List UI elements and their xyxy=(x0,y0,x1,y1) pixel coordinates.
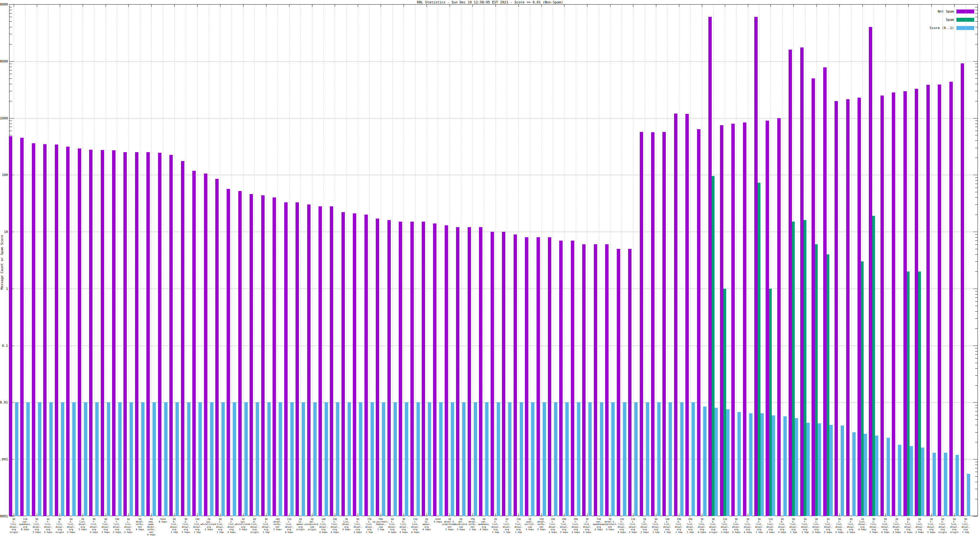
score-bar xyxy=(38,402,41,516)
y-minor-tick xyxy=(975,205,978,205)
x-gridline xyxy=(323,5,324,516)
x-gridline xyxy=(392,5,393,516)
y-minor-tick xyxy=(975,67,978,67)
x-axis-label: 4@ 1. list. dnswl. org 1 hop xyxy=(262,518,270,534)
y-minor-tick xyxy=(975,482,978,482)
x-gridline xyxy=(163,5,163,516)
score-bar xyxy=(256,402,259,516)
not-spam-bar xyxy=(307,205,310,516)
y-minor-tick xyxy=(10,78,12,79)
score-bar xyxy=(336,402,339,516)
x-gridline xyxy=(736,5,737,516)
not-spam-bar xyxy=(502,232,505,516)
x-tick-bottom xyxy=(243,513,243,516)
not-spam-bar xyxy=(926,85,930,516)
score-bar xyxy=(474,402,477,516)
y-minor-tick xyxy=(10,121,12,121)
legend-swatch xyxy=(956,10,974,13)
not-spam-bar xyxy=(215,179,219,516)
y-minor-tick xyxy=(975,124,978,124)
x-gridline xyxy=(553,5,553,516)
y-tick-label: 1 xyxy=(0,287,8,291)
not-spam-bar xyxy=(192,171,196,516)
spam-bar xyxy=(792,222,795,516)
score-bar xyxy=(668,402,672,516)
not-spam-bar xyxy=(353,213,356,516)
spam-bar xyxy=(918,272,921,516)
score-bar xyxy=(382,402,385,516)
y-minor-tick xyxy=(10,34,12,34)
score-bar xyxy=(531,402,535,516)
x-gridline xyxy=(346,5,347,516)
x-tick-top xyxy=(748,5,748,7)
x-gridline xyxy=(106,5,106,516)
x-gridline xyxy=(94,5,94,516)
x-tick-bottom xyxy=(473,513,473,516)
not-spam-bar xyxy=(342,212,345,516)
not-spam-bar xyxy=(78,148,81,516)
y-minor-tick xyxy=(975,127,978,127)
not-spam-bar xyxy=(238,191,242,516)
x-axis-label: 14@ 1. list. dnswl. org 1 hop xyxy=(193,518,201,534)
x-gridline xyxy=(312,5,312,516)
y-minor-tick xyxy=(975,148,978,148)
y-minor-tick xyxy=(975,419,978,420)
not-spam-bar xyxy=(880,95,884,516)
x-gridline xyxy=(369,5,370,516)
y-axis-label: Message Count or Spam Score xyxy=(0,207,4,318)
y-gridline xyxy=(10,118,978,119)
not-spam-bar xyxy=(158,153,161,516)
score-bar xyxy=(588,402,592,516)
not-spam-bar xyxy=(582,244,585,516)
score-bar xyxy=(95,402,99,516)
spam-bar xyxy=(872,216,875,516)
x-tick-bottom xyxy=(541,513,542,516)
x-axis-label: 2@ ips. whitelisted. org 2 hops xyxy=(200,518,217,531)
legend-entry: Spam xyxy=(893,17,974,22)
not-spam-bar xyxy=(66,147,70,516)
x-axis-label: 2@ psbl. surriel. com 3 hops xyxy=(524,518,535,531)
x-tick-top xyxy=(564,5,565,7)
x-axis-label: 6@ Y. list. dnswl. org 2 hops xyxy=(915,518,924,534)
x-tick-top xyxy=(770,5,771,7)
score-bar xyxy=(864,434,867,516)
x-tick-top xyxy=(519,5,519,7)
y-minor-tick xyxy=(10,17,12,17)
y-tick-label: 0.01 xyxy=(0,401,8,404)
y-minor-tick xyxy=(975,249,978,249)
x-axis-label: 9@ 2. list. dnswl. org 2 hops xyxy=(869,518,878,534)
x-gridline xyxy=(404,5,404,516)
score-bar xyxy=(795,418,798,516)
score-bar xyxy=(623,402,626,516)
y-major-tick xyxy=(10,118,14,119)
x-tick-top xyxy=(174,5,175,7)
x-gridline xyxy=(174,5,175,516)
x-gridline xyxy=(14,5,14,516)
score-bar xyxy=(130,402,133,516)
not-spam-bar xyxy=(869,27,872,516)
y-minor-tick xyxy=(10,91,12,91)
y-major-tick xyxy=(973,289,978,289)
x-tick-bottom xyxy=(426,513,427,516)
score-bar xyxy=(84,402,87,516)
not-spam-bar xyxy=(146,152,150,516)
score-bar xyxy=(886,438,890,516)
y-minor-tick xyxy=(975,192,978,192)
x-axis-label: 15@ dnsbl. sorbs. net 2 hops xyxy=(537,518,546,531)
not-spam-bar xyxy=(272,197,276,516)
score-bar xyxy=(485,402,488,516)
y-minor-tick xyxy=(975,121,978,121)
x-axis-label: 20@ Y. list. dnswl. org 3 hops xyxy=(571,518,580,534)
x-tick-bottom xyxy=(748,513,748,516)
not-spam-bar xyxy=(387,220,391,516)
not-spam-bar xyxy=(892,92,895,516)
y-minor-tick xyxy=(975,70,978,70)
x-gridline xyxy=(748,5,748,516)
x-gridline xyxy=(943,5,943,516)
y-minor-tick xyxy=(975,78,978,79)
x-axis-label: 3@ 0. list. dnswl. org 3 hops xyxy=(778,518,786,534)
chart-title: RBL Statistics - Sun Dec 19 12:58:05 EST… xyxy=(0,0,980,4)
x-tick-bottom xyxy=(60,513,60,516)
y-minor-tick xyxy=(975,180,978,181)
y-major-tick xyxy=(10,516,14,516)
